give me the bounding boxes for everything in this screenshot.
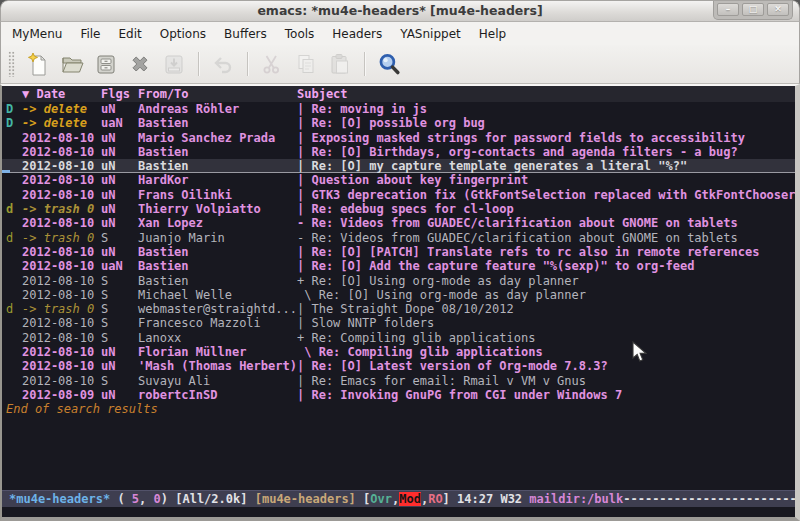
message-subject: | Re: Emacs for email: Rmail v VM v Gnus (297, 374, 795, 388)
save-as-icon (162, 52, 186, 76)
message-subject: | Re: Invoking GnuPG from CGI under Wind… (297, 388, 795, 402)
modeline-segment-plain: ) (161, 492, 175, 506)
message-row[interactable]: 2012-08-10 uN Mario Sanchez Prada | Expo… (2, 131, 795, 145)
mark-char: d (6, 231, 22, 245)
modeline-segment-col-number: 0 (154, 492, 161, 506)
subject-column-header[interactable]: Subject (297, 86, 795, 102)
message-from: Bastien (138, 274, 297, 288)
menu-item-yasnippet[interactable]: YASnippet (391, 24, 470, 44)
message-row[interactable]: 2012-08-10 S Lanoxx + Re: Compiling glib… (2, 331, 795, 345)
message-date: 2012-08-10 (22, 188, 101, 202)
close-button[interactable]: ✕ (767, 3, 789, 16)
mark-char (6, 216, 22, 230)
menu-item-buffers[interactable]: Buffers (215, 24, 276, 44)
message-row[interactable]: 2012-08-10 uN Xan Lopez - Re: Videos fro… (2, 216, 795, 230)
message-subject: \ Re: Compiling glib applications (297, 345, 795, 359)
toolbar-separator (364, 52, 365, 76)
open-file-button[interactable] (55, 49, 89, 79)
message-row[interactable]: 2012-08-10 uN Bastien | Re: [O] [PATCH] … (2, 245, 795, 259)
paste-clipboard-icon (328, 52, 352, 76)
message-flags: uN (101, 216, 138, 230)
message-from: 'Mash (Thomas Herbert) (138, 359, 297, 373)
menu-item-mymenu[interactable]: MyMenu (3, 24, 71, 44)
close-x-icon (128, 52, 152, 76)
menu-item-options[interactable]: Options (151, 24, 215, 44)
message-row[interactable]: 2012-08-10 uN 'Mash (Thomas Herbert) | R… (2, 359, 795, 373)
modeline-segment-plain: [All/2.0k] (175, 492, 254, 506)
message-flags: S (101, 288, 138, 302)
message-from: Michael Welle (138, 288, 297, 302)
modeline-segment-plain: ----------------------------------------… (623, 492, 795, 506)
paste-button (323, 49, 357, 79)
mark-char (6, 345, 22, 359)
message-row[interactable]: D -> delete uaN Bastien | Re: [O] possib… (2, 116, 795, 130)
open-folder-icon (60, 52, 84, 76)
from-column-header[interactable]: From/To (138, 86, 297, 102)
menu-item-file[interactable]: File (71, 24, 109, 44)
copy-icon (294, 52, 318, 76)
message-subject: | Re: [O] [PATCH] Translate refs to rc a… (297, 245, 795, 259)
message-subject: | Question about key fingerprint (297, 173, 795, 187)
search-icon (377, 52, 402, 77)
date-column-header[interactable]: ▼ Date (22, 86, 101, 102)
mark-char (6, 245, 22, 259)
new-file-button[interactable] (21, 49, 55, 79)
mark-char (6, 331, 22, 345)
menu-item-tools[interactable]: Tools (276, 24, 324, 44)
message-row[interactable]: 2012-08-10 S Suvayu Ali | Re: Emacs for … (2, 374, 795, 388)
message-row[interactable]: D -> delete uN Andreas Röhler | Re: movi… (2, 102, 795, 116)
message-row[interactable]: 2012-08-10 uN Bastien | Re: [O] Birthday… (2, 145, 795, 159)
cut-button (255, 49, 289, 79)
modeline-segment-line-number: 5 (132, 492, 139, 506)
message-row[interactable]: 2012-08-10 S Michael Welle \ Re: [O] Usi… (2, 288, 795, 302)
message-row[interactable]: 2012-08-10 uN Bastien | Re: [O] my captu… (2, 159, 795, 173)
cut-scissors-icon (260, 52, 284, 76)
menu-item-headers[interactable]: Headers (323, 24, 391, 44)
maximize-button[interactable]: □ (742, 3, 764, 16)
message-date: 2012-08-10 (22, 288, 101, 302)
toolbar-drag-handle[interactable] (8, 51, 15, 77)
message-date: -> trash 0 (22, 302, 101, 316)
message-flags: uN (101, 131, 138, 145)
close-buffer-button[interactable] (123, 49, 157, 79)
message-flags: uaN (101, 116, 138, 130)
message-subject: | Exposing masked strings for password f… (297, 131, 795, 145)
search-button[interactable] (372, 49, 406, 79)
message-row[interactable]: d -> trash 0 uN Thierry Volpiatto | Re: … (2, 202, 795, 216)
message-subject: | Re: [O] Add the capture feature "%(sex… (297, 259, 795, 273)
message-row[interactable]: 2012-08-10 uN Frans Oilinki | GTK3 depre… (2, 188, 795, 202)
message-date: 2012-08-10 (22, 259, 101, 273)
message-date: -> delete (22, 116, 101, 130)
modeline-segment-maildir: maildir:/bulk (529, 492, 623, 506)
window-controls: – □ ✕ (713, 1, 793, 20)
mark-char (6, 274, 22, 288)
message-subject: \ Re: [O] Using org-mode as day planner (297, 288, 795, 302)
message-subject: + Re: Compiling glib applications (297, 331, 795, 345)
message-from: Lanoxx (138, 331, 297, 345)
message-subject: | GTK3 deprecation fix (GtkFontSelection… (297, 188, 795, 202)
message-row[interactable]: d -> trash 0 S webmaster@straightd... | … (2, 302, 795, 316)
flags-column-header[interactable]: Flgs (101, 86, 138, 102)
message-subject: | Re: edebug specs for cl-loop (297, 202, 795, 216)
message-from: Frans Oilinki (138, 188, 297, 202)
mark-char (6, 188, 22, 202)
menu-item-edit[interactable]: Edit (110, 24, 151, 44)
save-button[interactable] (89, 49, 123, 79)
modeline-segment-major-mode: [mu4e-headers] (255, 492, 363, 506)
message-row[interactable]: d -> trash 0 S Juanjo Marin - Re: Videos… (2, 231, 795, 245)
window-title: emacs: *mu4e-headers* [mu4e-headers] (1, 1, 799, 21)
minimize-button[interactable]: – (717, 3, 739, 16)
message-date: 2012-08-10 (22, 159, 101, 173)
message-row[interactable]: 2012-08-10 uaN Bastien | Re: [O] Add the… (2, 259, 795, 273)
message-row[interactable]: 2012-08-10 uN HardKor | Question about k… (2, 173, 795, 187)
message-row[interactable]: 2012-08-10 S Bastien + Re: [O] Using org… (2, 274, 795, 288)
message-row[interactable]: 2012-08-09 uN robertcInSD | Re: Invoking… (2, 388, 795, 402)
mark-char (6, 359, 22, 373)
message-row[interactable]: 2012-08-10 uN Florian Müllner \ Re: Comp… (2, 345, 795, 359)
menu-item-help[interactable]: Help (470, 24, 515, 44)
message-row[interactable]: 2012-08-10 S Francesco Mazzoli | Slow NN… (2, 316, 795, 330)
message-flags: uN (101, 245, 138, 259)
message-flags: uN (101, 202, 138, 216)
modeline-segment-plain: , (139, 492, 153, 506)
message-from: Florian Müllner (138, 345, 297, 359)
